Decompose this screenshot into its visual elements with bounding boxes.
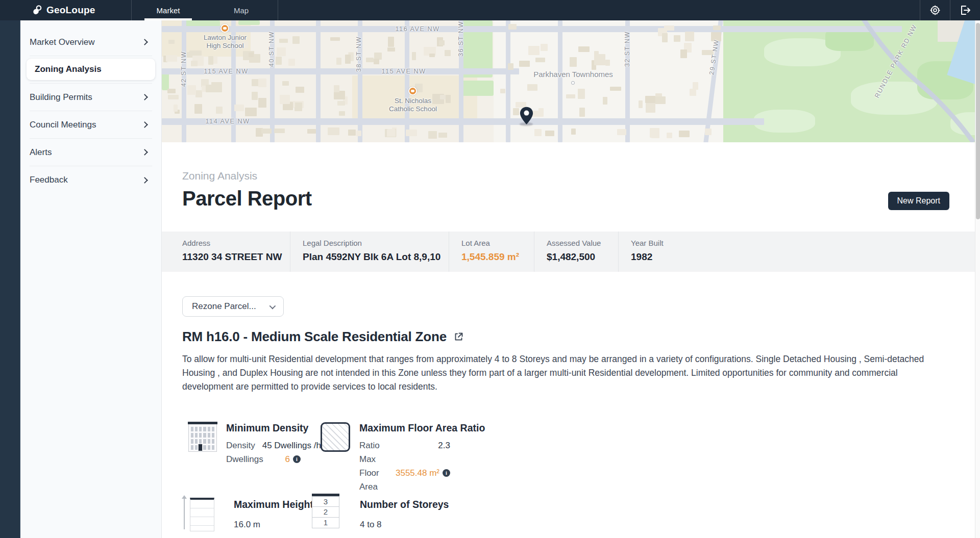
rezone-parcel-dropdown[interactable]: Rezone Parcel...	[182, 296, 284, 317]
poi-label: St. Nicholas Catholic School	[375, 97, 451, 114]
street-label: 36 ST NW	[457, 21, 464, 57]
zone-title: RM h16.0 - Medium Scale Residential Zone	[182, 329, 447, 345]
chevron-right-icon	[141, 94, 148, 100]
storey-number: 2	[312, 507, 339, 518]
info-lot-area: Lot Area 1,545.859 m²	[449, 232, 534, 272]
metric-row-value: 3555.48 m² i	[396, 452, 450, 494]
metric-maximum-height: Maximum Height 16.0 m	[182, 494, 313, 530]
tab-market[interactable]: Market	[132, 0, 205, 20]
chevron-right-icon	[141, 39, 148, 45]
metric-row-value: 2.3	[438, 439, 450, 452]
metric-row-value-text: 3555.48 m²	[396, 466, 439, 480]
metric-row-label: Max Floor Area	[359, 452, 388, 494]
metric-title: Minimum Density	[226, 422, 308, 434]
geoloupe-logo-icon	[33, 5, 42, 16]
street-label: 115 AVE NW	[381, 68, 426, 75]
storeys-stack-icon: 3 2 1	[312, 494, 339, 529]
sidebar-item-feedback[interactable]: Feedback	[30, 166, 152, 194]
metric-row-value: 6 i	[285, 452, 301, 466]
street-label: 115 AVE NW	[204, 68, 248, 75]
storey-number: 3	[312, 496, 339, 507]
tab-map[interactable]: Map	[205, 0, 278, 20]
top-navbar: GeoLoupe Market Map	[0, 0, 980, 20]
brand: GeoLoupe	[0, 0, 132, 20]
sidebar-item-zoning-analysis[interactable]: Zoning Analysis	[30, 56, 152, 84]
sidebar-item-alerts[interactable]: Alerts	[30, 139, 152, 166]
sidebar-menu: Market Overview Zoning Analysis Building…	[20, 20, 161, 194]
metric-title: Maximum Floor Area Ratio	[359, 422, 485, 434]
info-label: Legal Description	[303, 239, 449, 247]
dropdown-selected-value: Rezone Parcel...	[192, 301, 256, 312]
report-header: Zoning Analysis Parcel Report New Report	[182, 170, 949, 210]
street-label: 42 ST NW	[180, 51, 187, 87]
logout-icon	[959, 4, 971, 16]
sidebar-item-market-overview[interactable]: Market Overview	[30, 29, 152, 56]
metric-minimum-density: Minimum Density Density 45 Dwellings /ha…	[188, 422, 308, 466]
navbar-spacer	[278, 0, 920, 20]
metric-max-floor-area-ratio: Maximum Floor Area Ratio Ratio 2.3 Max F…	[321, 422, 485, 494]
external-link-icon[interactable]	[454, 332, 463, 342]
school-icon	[408, 87, 417, 95]
street-label: 116 AVE NW	[395, 25, 439, 33]
metric-value: 4 to 8	[360, 520, 449, 530]
map-canvas[interactable]: 116 AVE NW 115 AVE NW 115 AVE NW 114 AVE…	[162, 20, 980, 142]
hatched-square-icon	[321, 422, 350, 452]
sidebar: Market Overview Zoning Analysis Building…	[20, 20, 162, 538]
map-decorations	[162, 20, 980, 142]
metric-row-value: 45 Dwellings /ha	[262, 439, 326, 452]
street-label: 40 ST NW	[268, 31, 275, 67]
page-scrollbar	[975, 20, 980, 538]
metric-row-label: Density	[226, 439, 255, 452]
sidebar-item-label: Council Meetings	[30, 120, 96, 130]
info-label: Assessed Value	[547, 239, 618, 247]
sidebar-item-label: Feedback	[30, 175, 68, 185]
info-label: Lot Area	[461, 239, 534, 247]
sidebar-item-council-meetings[interactable]: Council Meetings	[30, 111, 152, 139]
info-icon[interactable]: i	[293, 455, 301, 463]
info-assessed-value: Assessed Value $1,482,500	[534, 232, 618, 272]
parcel-info-bar: Address 11320 34 STREET NW Legal Descrip…	[162, 232, 980, 272]
metric-value: 16.0 m	[234, 520, 313, 530]
sidebar-item-building-permits[interactable]: Building Permits	[30, 84, 152, 111]
metric-row-label: Dwellings	[226, 452, 263, 466]
metric-title: Number of Storeys	[360, 499, 449, 510]
info-label: Year Built	[631, 239, 980, 247]
info-address: Address 11320 34 STREET NW	[162, 232, 290, 272]
building-grid-icon	[188, 422, 217, 452]
logout-button[interactable]	[950, 0, 980, 20]
height-arrow-icon	[182, 494, 214, 529]
settings-button[interactable]	[920, 0, 950, 20]
info-value: 1,545.859 m²	[461, 251, 534, 263]
metric-row-label: Ratio	[359, 439, 380, 452]
school-icon	[220, 24, 229, 33]
zone-description: To allow for multi-unit Residential deve…	[182, 352, 937, 394]
place-dot-icon	[571, 81, 575, 85]
street-label: 38 ST NW	[355, 36, 362, 72]
sidebar-item-label: Zoning Analysis	[27, 59, 155, 80]
settings-gear-icon	[929, 5, 941, 16]
metric-number-of-storeys: 3 2 1 Number of Storeys 4 to 8	[312, 494, 449, 530]
metric-title: Maximum Height	[234, 499, 313, 510]
street-label: 114 AVE NW	[205, 118, 250, 125]
info-value: Plan 4592NY Blk 6A Lot 8,9,10	[303, 251, 449, 263]
new-report-button[interactable]: New Report	[888, 192, 949, 210]
main-content: 116 AVE NW 115 AVE NW 115 AVE NW 114 AVE…	[162, 20, 980, 538]
sidebar-item-label: Building Permits	[30, 92, 92, 103]
scrollbar-thumb[interactable]	[976, 23, 980, 219]
sidebar-item-label: Alerts	[30, 147, 52, 158]
left-rail	[0, 0, 20, 538]
poi-label: Lawton Junior High School	[187, 34, 263, 50]
zone-metrics-row-1: Minimum Density Density 45 Dwellings /ha…	[182, 422, 960, 469]
storey-number: 1	[312, 518, 339, 528]
info-icon[interactable]: i	[443, 469, 450, 477]
nav-tabs: Market Map	[132, 0, 278, 20]
brand-name: GeoLoupe	[46, 5, 95, 16]
metric-row-value-text: 6	[285, 452, 290, 466]
zone-metrics-row-2: Maximum Height 16.0 m 3 2 1 Number of St…	[182, 494, 960, 529]
report-body: Rezone Parcel... RM h16.0 - Medium Scale…	[162, 272, 980, 529]
chevron-right-icon	[141, 121, 148, 128]
chevron-right-icon	[141, 149, 148, 156]
section-label: Zoning Analysis	[182, 170, 949, 182]
info-label: Address	[182, 239, 290, 247]
app-window: GeoLoupe Market Map	[0, 0, 980, 538]
